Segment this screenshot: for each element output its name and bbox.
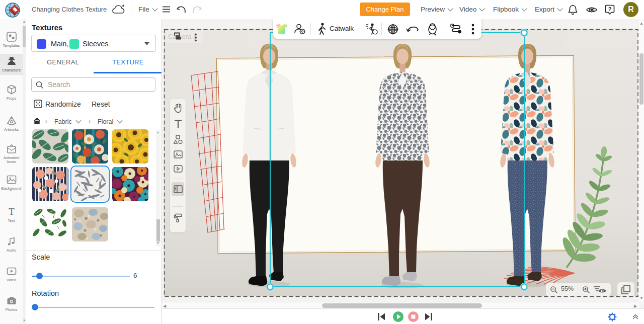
svg-text:?: ? [608, 6, 612, 12]
svg-text:T: T [9, 206, 15, 217]
